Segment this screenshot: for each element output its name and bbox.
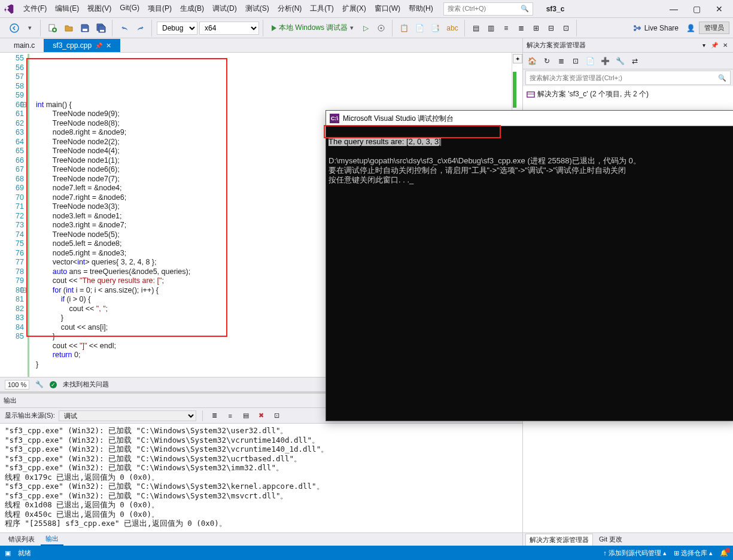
menu-分析(N)[interactable]: 分析(N) bbox=[273, 2, 306, 16]
tool-b[interactable]: 📄 bbox=[413, 22, 427, 35]
menu-Git(G)[interactable]: Git(G) bbox=[115, 2, 144, 16]
menu-调试(D)[interactable]: 调试(D) bbox=[208, 2, 241, 16]
output-btn-d[interactable]: ✖ bbox=[256, 410, 267, 422]
zoom-level[interactable]: 100 % bbox=[5, 380, 29, 389]
solution-bottom-tabs: 解决方案资源管理器 Git 更改 bbox=[523, 532, 733, 546]
panel-pin-icon[interactable]: 📌 bbox=[710, 41, 719, 50]
statusbar: ▣ 就绪 ↑ 添加到源代码管理 ▴ ⊞ 选择仓库 ▴ 🔔 bbox=[0, 546, 733, 560]
source-control-button[interactable]: ↑ 添加到源代码管理 ▴ bbox=[603, 549, 667, 558]
tool-a[interactable]: 📋 bbox=[397, 22, 411, 35]
maximize-button[interactable]: ▢ bbox=[686, 2, 707, 16]
tree-root[interactable]: 解决方案 'sf3_c' (2 个项目, 共 2 个) bbox=[527, 89, 729, 100]
menu-项目(P)[interactable]: 项目(P) bbox=[144, 2, 176, 16]
notifications-button[interactable]: 🔔 bbox=[720, 549, 728, 557]
tab-main-c[interactable]: main.c bbox=[5, 39, 44, 52]
menu-文件(F)[interactable]: 文件(F) bbox=[19, 2, 51, 16]
config-dropdown[interactable]: Debug bbox=[157, 22, 197, 35]
menu-items: 文件(F)编辑(E)视图(V)Git(G)项目(P)生成(B)调试(D)测试(S… bbox=[19, 2, 437, 16]
tool-i[interactable]: ⊞ bbox=[530, 22, 543, 35]
output-source-select[interactable]: 调试 bbox=[59, 410, 196, 421]
tool-c[interactable]: 📑 bbox=[428, 22, 442, 35]
minimize-button[interactable]: — bbox=[664, 2, 684, 16]
menu-窗口(W)[interactable]: 窗口(W) bbox=[370, 2, 404, 16]
main-toolbar: ▾ Debug x64 本地 Windows 调试器 ▾ ▷ 📋 📄 📑 abc… bbox=[0, 18, 733, 38]
play-icon bbox=[272, 25, 276, 31]
menu-工具(T)[interactable]: 工具(T) bbox=[306, 2, 337, 16]
tool-h[interactable]: ≣ bbox=[515, 22, 528, 35]
tool-d[interactable]: abc bbox=[444, 22, 460, 35]
nav-back-button[interactable] bbox=[7, 22, 22, 35]
se-btn-g[interactable]: 🔧 bbox=[613, 54, 627, 68]
split-button[interactable]: ✦ bbox=[513, 54, 522, 63]
output-body[interactable]: "sf3_cpp.exe" (Win32): 已加载 "C:\Windows\S… bbox=[0, 424, 522, 532]
feedback-button[interactable]: 👤 bbox=[684, 22, 698, 35]
tool-e[interactable]: ▤ bbox=[470, 22, 483, 35]
open-button[interactable] bbox=[62, 22, 76, 35]
search-box[interactable]: 搜索 (Ctrl+Q) 🔍 bbox=[443, 2, 533, 16]
se-home-button[interactable]: 🏠 bbox=[525, 54, 539, 68]
svg-rect-10 bbox=[527, 92, 534, 97]
start-debug-button[interactable]: 本地 Windows 调试器 ▾ bbox=[268, 22, 357, 35]
console-titlebar[interactable]: C:\ Microsoft Visual Studio 调试控制台 bbox=[326, 111, 733, 126]
se-sync-button[interactable]: ↻ bbox=[540, 54, 553, 68]
undo-button[interactable] bbox=[117, 22, 132, 35]
panel-dropdown-icon[interactable]: ▾ bbox=[699, 41, 708, 50]
menu-编辑(E)[interactable]: 编辑(E) bbox=[51, 2, 83, 16]
tool-k[interactable]: ⊡ bbox=[559, 22, 573, 35]
liveshare-button[interactable]: Live Share bbox=[628, 22, 683, 35]
debug-console-window[interactable]: C:\ Microsoft Visual Studio 调试控制台 The qu… bbox=[326, 110, 733, 421]
platform-dropdown[interactable]: x64 bbox=[199, 22, 259, 35]
tab-output[interactable]: 输出 bbox=[41, 533, 63, 546]
ptab-solution-explorer[interactable]: 解决方案资源管理器 bbox=[525, 534, 593, 546]
new-item-button[interactable] bbox=[45, 22, 60, 35]
nav-forward-button[interactable]: ▾ bbox=[23, 22, 37, 35]
se-btn-h[interactable]: ⇄ bbox=[628, 54, 641, 68]
tab-sf3-cpp[interactable]: sf3_cpp.cpp 📌 ✕ bbox=[44, 39, 120, 52]
solution-title: sf3_c bbox=[540, 4, 571, 14]
menu-视图(V)[interactable]: 视图(V) bbox=[83, 2, 115, 16]
issues-text: 未找到相关问题 bbox=[63, 380, 109, 389]
menu-生成(B)[interactable]: 生成(B) bbox=[176, 2, 208, 16]
output-btn-e[interactable]: ⊡ bbox=[271, 410, 283, 422]
save-all-button[interactable] bbox=[94, 22, 108, 35]
tool-j[interactable]: ⊟ bbox=[545, 22, 558, 35]
select-repo-button[interactable]: ⊞ 选择仓库 ▴ bbox=[674, 549, 713, 558]
ok-icon: ✓ bbox=[50, 381, 57, 388]
console-icon: C:\ bbox=[330, 114, 339, 123]
tool-g[interactable]: ≡ bbox=[500, 22, 513, 35]
svg-point-7 bbox=[634, 25, 636, 28]
search-placeholder: 搜索 (Ctrl+Q) bbox=[448, 4, 486, 13]
search-icon: 🔍 bbox=[718, 74, 726, 82]
menu-测试(S)[interactable]: 测试(S) bbox=[241, 2, 273, 16]
save-button[interactable] bbox=[78, 22, 92, 35]
close-button[interactable]: ✕ bbox=[709, 2, 729, 16]
close-tab-icon[interactable]: ✕ bbox=[106, 42, 111, 50]
se-btn-f[interactable]: ➕ bbox=[598, 54, 612, 68]
console-body: The query results are: [2, 0, 3, 3] D:\m… bbox=[326, 126, 733, 186]
se-btn-e[interactable]: 📄 bbox=[583, 54, 597, 68]
redo-button[interactable] bbox=[133, 22, 148, 35]
output-btn-a[interactable]: ≣ bbox=[209, 410, 221, 422]
output-btn-b[interactable]: ≡ bbox=[224, 410, 236, 422]
se-btn-c[interactable]: ≣ bbox=[555, 54, 568, 68]
solution-icon bbox=[527, 90, 535, 99]
debug-target-button[interactable] bbox=[374, 22, 388, 35]
status-ready-icon: ▣ bbox=[5, 549, 11, 557]
liveshare-icon bbox=[632, 23, 642, 33]
pin-icon[interactable]: 📌 bbox=[95, 42, 102, 49]
svg-point-9 bbox=[638, 27, 641, 29]
solution-toolbar: 🏠 ↻ ≣ ⊡ 📄 ➕ 🔧 ⇄ bbox=[523, 53, 733, 69]
ptab-git-changes[interactable]: Git 更改 bbox=[595, 534, 626, 545]
tool-f[interactable]: ▥ bbox=[485, 22, 498, 35]
menu-扩展(X)[interactable]: 扩展(X) bbox=[338, 2, 370, 16]
panel-close-icon[interactable]: ✕ bbox=[721, 41, 729, 50]
output-btn-c[interactable]: ▤ bbox=[240, 410, 252, 422]
start-nodebug-button[interactable]: ▷ bbox=[359, 22, 372, 35]
tab-errorlist[interactable]: 错误列表 bbox=[4, 534, 39, 545]
svg-rect-4 bbox=[100, 30, 104, 32]
svg-rect-3 bbox=[83, 29, 87, 31]
svg-point-0 bbox=[10, 24, 19, 32]
solution-search[interactable]: 搜索解决方案资源管理器(Ctrl+;) 🔍 bbox=[525, 71, 731, 85]
menu-帮助(H)[interactable]: 帮助(H) bbox=[404, 2, 437, 16]
se-btn-d[interactable]: ⊡ bbox=[569, 54, 582, 68]
